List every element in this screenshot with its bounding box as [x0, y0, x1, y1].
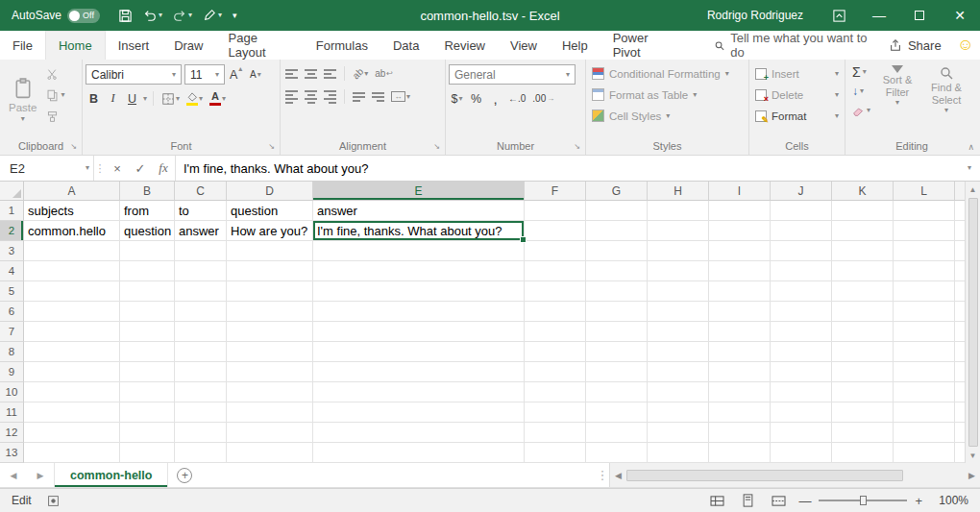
decrease-decimal-button[interactable]: .00→: [530, 89, 556, 108]
tab-review[interactable]: Review: [431, 31, 498, 60]
cell-B1[interactable]: from: [120, 201, 175, 221]
cell-J2[interactable]: [771, 221, 832, 241]
cell-A5[interactable]: [24, 281, 120, 302]
cell-G13[interactable]: [586, 443, 648, 463]
cell-I2[interactable]: [709, 221, 771, 241]
cell-F5[interactable]: [525, 281, 586, 302]
sheet-nav-right-icon[interactable]: ▶: [27, 463, 54, 487]
column-header-L[interactable]: L: [894, 182, 955, 201]
cell-E5[interactable]: [313, 281, 525, 302]
cell-G3[interactable]: [586, 241, 648, 261]
cell-I12[interactable]: [709, 423, 771, 443]
cell-K13[interactable]: [832, 443, 894, 463]
cell-A1[interactable]: subjects: [24, 201, 120, 221]
new-sheet-button[interactable]: +: [168, 463, 201, 487]
cell-J10[interactable]: [771, 382, 832, 402]
sheet-nav-left-icon[interactable]: ◀: [0, 463, 27, 487]
zoom-slider[interactable]: [819, 500, 907, 501]
cell-L3[interactable]: [894, 241, 955, 261]
cell-I5[interactable]: [709, 281, 771, 302]
collapse-ribbon-button[interactable]: ∧: [968, 142, 974, 152]
row-header-7[interactable]: 7: [0, 322, 24, 342]
cell-L8[interactable]: [894, 342, 955, 362]
column-header-I[interactable]: I: [709, 182, 771, 201]
cell-H3[interactable]: [648, 241, 709, 261]
fill-button[interactable]: ↓ ▾: [850, 84, 872, 99]
tab-power-pivot[interactable]: Power Pivot: [600, 31, 685, 60]
cell-H11[interactable]: [648, 402, 709, 423]
cell-C8[interactable]: [175, 342, 227, 362]
cell-F1[interactable]: [525, 201, 586, 221]
cell-L6[interactable]: [894, 302, 955, 322]
cell-F2[interactable]: [525, 221, 586, 241]
cell-A10[interactable]: [24, 382, 120, 402]
align-right-button[interactable]: [322, 87, 338, 106]
row-header-13[interactable]: 13: [0, 443, 24, 463]
horizontal-scroll-thumb[interactable]: [626, 470, 903, 481]
merge-center-button[interactable]: ↔▾: [389, 87, 412, 106]
cell-G10[interactable]: [586, 382, 648, 402]
horizontal-scrollbar[interactable]: ◀ ▶: [609, 463, 980, 487]
vertical-scrollbar[interactable]: ▲ ▼: [965, 182, 980, 463]
cell-J9[interactable]: [771, 362, 832, 382]
cell-C5[interactable]: [175, 281, 227, 302]
cell-H6[interactable]: [648, 302, 709, 322]
cell-G9[interactable]: [586, 362, 648, 382]
cell-I10[interactable]: [709, 382, 771, 402]
cell-A3[interactable]: [24, 241, 120, 261]
enter-entry-button[interactable]: ✓: [129, 156, 152, 181]
cancel-entry-button[interactable]: ×: [106, 156, 129, 181]
tab-view[interactable]: View: [498, 31, 550, 60]
decrease-indent-button[interactable]: [351, 87, 367, 106]
cell-C11[interactable]: [175, 402, 227, 423]
conditional-formatting-button[interactable]: Conditional Formatting ▾: [589, 64, 746, 83]
insert-function-button[interactable]: fx: [152, 156, 175, 181]
cell-K11[interactable]: [832, 402, 894, 423]
row-header-9[interactable]: 9: [0, 362, 24, 382]
macro-record-button[interactable]: [43, 491, 64, 510]
column-header-H[interactable]: H: [648, 182, 709, 201]
cell-D13[interactable]: [227, 443, 313, 463]
cell-A11[interactable]: [24, 402, 120, 423]
cell-D2[interactable]: How are you?: [227, 221, 313, 241]
underline-button[interactable]: U: [124, 89, 140, 108]
cell-G2[interactable]: [586, 221, 648, 241]
wrap-text-button[interactable]: ab↩: [373, 64, 395, 83]
cell-J11[interactable]: [771, 402, 832, 423]
row-header-2[interactable]: 2: [0, 221, 24, 241]
cell-J6[interactable]: [771, 302, 832, 322]
cell-L9[interactable]: [894, 362, 955, 382]
tell-me-box[interactable]: Tell me what you want to do: [702, 31, 879, 60]
cell-C10[interactable]: [175, 382, 227, 402]
row-header-3[interactable]: 3: [0, 241, 24, 261]
cell-I11[interactable]: [709, 402, 771, 423]
cell-J1[interactable]: [771, 201, 832, 221]
cell-G7[interactable]: [586, 322, 648, 342]
cell-F4[interactable]: [525, 261, 586, 281]
cell-F9[interactable]: [525, 362, 586, 382]
row-header-5[interactable]: 5: [0, 281, 24, 302]
name-box[interactable]: E2 ▾: [0, 156, 94, 181]
cell-C2[interactable]: answer: [175, 221, 227, 241]
cell-J3[interactable]: [771, 241, 832, 261]
tab-data[interactable]: Data: [380, 31, 431, 60]
cell-I13[interactable]: [709, 443, 771, 463]
column-header-G[interactable]: G: [586, 182, 648, 201]
cell-L5[interactable]: [894, 281, 955, 302]
tab-page-layout[interactable]: Page Layout: [216, 31, 304, 60]
cell-H2[interactable]: [648, 221, 709, 241]
cell-H7[interactable]: [648, 322, 709, 342]
ribbon-display-options-button[interactable]: [819, 0, 859, 31]
cell-J12[interactable]: [771, 423, 832, 443]
insert-cells-button[interactable]: + Insert ▾: [752, 64, 842, 83]
cell-H12[interactable]: [648, 423, 709, 443]
cell-D1[interactable]: question: [227, 201, 313, 221]
expand-formula-bar-button[interactable]: ▾: [959, 156, 980, 181]
scroll-down-arrow[interactable]: ▼: [966, 448, 980, 463]
shrink-font-button[interactable]: A▾: [247, 65, 263, 84]
scroll-right-arrow[interactable]: ▶: [964, 471, 980, 480]
format-cells-button[interactable]: ✎ Format ▾: [752, 107, 842, 125]
cell-D5[interactable]: [227, 281, 313, 302]
comma-style-button[interactable]: ,: [487, 89, 503, 108]
cell-H13[interactable]: [648, 443, 709, 463]
